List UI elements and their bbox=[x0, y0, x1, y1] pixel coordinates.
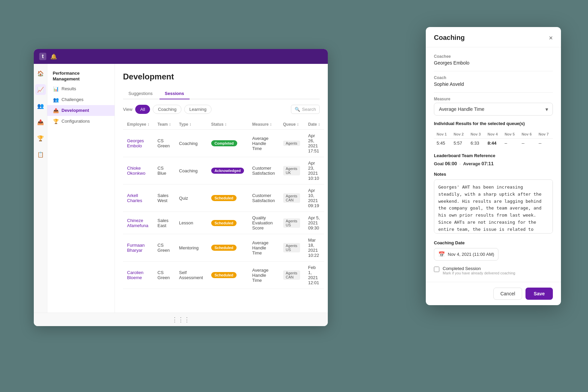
result-value: – bbox=[502, 139, 519, 148]
modal-footer: Cancel Save bbox=[426, 282, 561, 305]
result-col-header: Nov 1 bbox=[434, 130, 451, 139]
coaching-date-input[interactable]: 📅 Nov 4, 2021 (11:00 AM) bbox=[434, 248, 498, 261]
completed-session-sublabel: Mark if you have already delivered coach… bbox=[443, 271, 515, 275]
result-col-header: Nov 2 bbox=[451, 130, 468, 139]
leaderboard-ref: Goal 06:00 · Average 07:11 bbox=[434, 161, 553, 166]
result-col-header: Nov 7 bbox=[536, 130, 553, 139]
result-value: 8:44 bbox=[485, 139, 502, 148]
leaderboard-title: Leaderboard Team Reference bbox=[434, 153, 553, 158]
save-button[interactable]: Save bbox=[525, 288, 553, 300]
coaching-date-section: Coaching Date 📅 Nov 4, 2021 (11:00 AM) bbox=[434, 240, 553, 261]
result-col-header: Nov 3 bbox=[468, 130, 485, 139]
coaching-date-label: Coaching Date bbox=[434, 240, 553, 245]
measure-field: Measure Average Handle Time bbox=[434, 97, 553, 116]
measure-label: Measure bbox=[434, 97, 553, 101]
result-value: 6:33 bbox=[468, 139, 485, 148]
coachee-field: Coachee Georges Embolo bbox=[434, 54, 553, 66]
completed-session-label: Completed Session bbox=[443, 266, 515, 271]
calendar-icon: 📅 bbox=[438, 251, 445, 258]
coach-field: Coach Sophie Asveld bbox=[434, 75, 553, 87]
completed-session-section: Completed Session Mark if you have alrea… bbox=[434, 266, 553, 275]
result-col-header: Nov 5 bbox=[502, 130, 519, 139]
result-col-header: Nov 6 bbox=[519, 130, 536, 139]
results-table: Nov 1Nov 2Nov 3Nov 4Nov 5Nov 6Nov 7 5:45… bbox=[434, 130, 553, 148]
modal-close-button[interactable]: × bbox=[549, 34, 553, 41]
coachee-value: Georges Embolo bbox=[434, 60, 553, 66]
coachee-label: Coachee bbox=[434, 54, 553, 59]
result-value: -- bbox=[536, 139, 553, 148]
cancel-button[interactable]: Cancel bbox=[493, 288, 522, 300]
modal-header: Coaching × bbox=[426, 27, 561, 47]
notes-label: Notes bbox=[434, 172, 553, 177]
result-value: -- bbox=[519, 139, 536, 148]
modal-title: Coaching bbox=[434, 34, 465, 42]
measure-select[interactable]: Average Handle Time bbox=[434, 103, 553, 116]
result-value: 5:57 bbox=[451, 139, 468, 148]
coach-label: Coach bbox=[434, 75, 553, 80]
notes-textarea[interactable] bbox=[434, 179, 553, 234]
measure-select-wrapper: Average Handle Time bbox=[434, 103, 553, 116]
result-col-header: Nov 4 bbox=[485, 130, 502, 139]
results-section-title: Individual Results for the selected queu… bbox=[434, 121, 553, 126]
modal-body: Coachee Georges Embolo Coach Sophie Asve… bbox=[426, 47, 561, 282]
result-value: 5:45 bbox=[434, 139, 451, 148]
modal-overlay: Coaching × Coachee Georges Embolo Coach … bbox=[0, 0, 588, 392]
coach-value: Sophie Asveld bbox=[434, 81, 553, 87]
coaching-modal: Coaching × Coachee Georges Embolo Coach … bbox=[426, 27, 561, 305]
completed-session-checkbox[interactable] bbox=[434, 267, 439, 272]
coaching-date-value: Nov 4, 2021 (11:00 AM) bbox=[448, 252, 494, 257]
